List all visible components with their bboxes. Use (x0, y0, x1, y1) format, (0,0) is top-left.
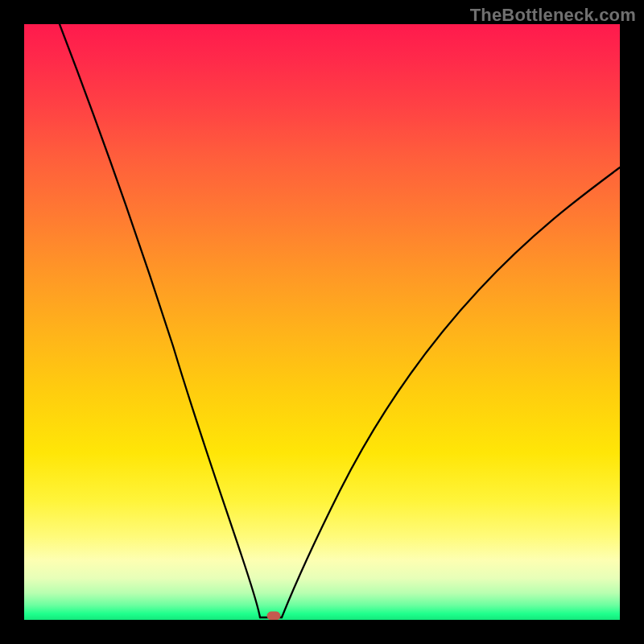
curve-right-branch (282, 167, 620, 617)
curve-left-branch (60, 24, 260, 617)
chart-frame: TheBottleneck.com (0, 0, 644, 644)
optimal-point-marker (267, 612, 280, 620)
watermark-text: TheBottleneck.com (470, 5, 636, 26)
curve-layer (24, 24, 620, 620)
bottleneck-curve (60, 24, 620, 617)
plot-area (24, 24, 620, 620)
